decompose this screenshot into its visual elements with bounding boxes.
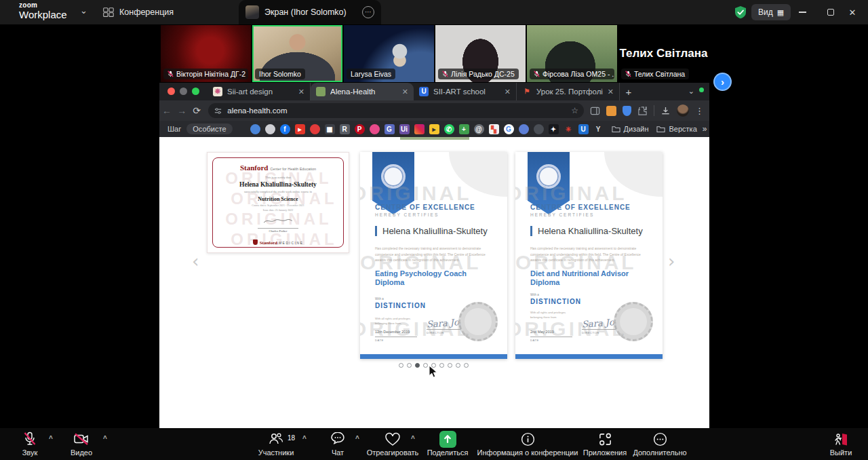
- tab-close-icon[interactable]: ✕: [505, 88, 511, 96]
- bookmark-personal[interactable]: Особисте: [186, 123, 232, 134]
- pinterest-icon[interactable]: P: [355, 124, 365, 134]
- reload-icon[interactable]: ⟳: [189, 105, 204, 116]
- bookmarks-overflow-icon[interactable]: »: [703, 124, 707, 134]
- participant-tile[interactable]: Larysa Eivas: [344, 25, 434, 82]
- green-plus-icon[interactable]: +: [459, 124, 469, 134]
- flag-favicon[interactable]: ⚑ Урок 25. Портфоліо-презен ✕: [517, 83, 620, 100]
- mac-minimize-icon[interactable]: [180, 88, 187, 95]
- new-tab-button[interactable]: +: [620, 83, 637, 100]
- bookmark-star-icon[interactable]: ☆: [571, 106, 578, 115]
- forward-icon[interactable]: →: [174, 105, 189, 116]
- audio-button[interactable]: Звук: [12, 431, 47, 457]
- carousel-prev-icon[interactable]: ‹: [192, 251, 199, 271]
- carousel-dot[interactable]: [407, 363, 412, 368]
- at-circle-icon[interactable]: @: [474, 124, 484, 134]
- react-options-chevron-icon[interactable]: ^: [411, 435, 415, 442]
- u-favicon[interactable]: U SII-ART school ✕: [414, 83, 517, 100]
- tab-options-icon[interactable]: ⋯: [362, 6, 374, 18]
- r-icon[interactable]: R: [340, 124, 350, 134]
- participant-tile[interactable]: Фірсова Ліза ОМ25 - ...: [527, 25, 617, 82]
- carousel-dot[interactable]: [423, 363, 428, 368]
- tab-close-icon[interactable]: ✕: [402, 88, 408, 96]
- tab-conference[interactable]: Конференция: [96, 3, 180, 21]
- more-button[interactable]: Дополнительно: [629, 431, 690, 457]
- youtube-icon[interactable]: ▸: [295, 124, 305, 134]
- certificate-eating-psychology[interactable]: ORIGINAL ORIGINAL ORIGINAL CENTRE OF EXC…: [360, 152, 507, 359]
- funnel-icon[interactable]: Y: [593, 124, 604, 134]
- yellow-square-icon[interactable]: ▸: [429, 124, 439, 134]
- ui-icon[interactable]: Ui: [399, 124, 410, 134]
- back-icon[interactable]: ←: [159, 105, 174, 116]
- view-button[interactable]: Вид ▦: [751, 4, 791, 20]
- pink-circle-icon[interactable]: [370, 124, 380, 134]
- cloud-icon[interactable]: [250, 124, 260, 134]
- chat-button[interactable]: Чат: [324, 431, 351, 457]
- bookmark-folder-design[interactable]: Дизайн: [612, 125, 649, 133]
- certificate-diet-nutrition[interactable]: ORIGINAL ORIGINAL ORIGINAL CENTRE OF EXC…: [515, 152, 663, 359]
- apps-button[interactable]: Приложения: [580, 431, 630, 457]
- apple-icon[interactable]: [265, 124, 275, 134]
- browser-menu-icon[interactable]: ⋮: [695, 106, 704, 116]
- close-button[interactable]: ✕: [837, 0, 868, 24]
- carousel-dot[interactable]: [448, 363, 452, 368]
- photo-favicon[interactable]: Alena-Health ✕: [311, 83, 414, 100]
- next-participants-button[interactable]: ›: [713, 73, 732, 91]
- security-shield-icon[interactable]: [734, 5, 747, 19]
- flower-favicon[interactable]: ❋ Sii-art design ✕: [208, 83, 311, 100]
- red-circle-icon[interactable]: [310, 124, 320, 134]
- instagram-icon[interactable]: [414, 124, 425, 134]
- u-blue-icon[interactable]: U: [578, 124, 589, 134]
- workspace-chevron-down-icon[interactable]: ⌄: [80, 5, 87, 16]
- meeting-info-button[interactable]: Информация о конференции: [468, 431, 587, 457]
- tab-screen-share[interactable]: Экран (Ihor Solomko) ⋯: [239, 0, 381, 24]
- certificate-stanford[interactable]: ORIGINAL ORIGINAL ORIGINAL ORIGINAL Stan…: [207, 152, 349, 253]
- leave-button[interactable]: Выйти: [822, 431, 860, 457]
- chat-options-chevron-icon[interactable]: ^: [355, 435, 359, 442]
- stanford-logo: Stanford Center for Health Education: [208, 164, 349, 172]
- red-star-icon[interactable]: ✳: [564, 124, 574, 134]
- black-square-icon[interactable]: ✦: [549, 124, 559, 134]
- shield-extension-icon[interactable]: [623, 106, 631, 116]
- gray-circle-icon[interactable]: [534, 124, 544, 134]
- carousel-dot[interactable]: [439, 363, 444, 368]
- carousel-dot[interactable]: [399, 363, 403, 368]
- participant-tile[interactable]: Телих Світлана Телих Світлана: [618, 25, 709, 82]
- extensions-puzzle-icon[interactable]: [637, 106, 648, 116]
- video-options-chevron-icon[interactable]: ^: [103, 435, 107, 442]
- carousel-dot[interactable]: [415, 363, 420, 368]
- participant-tile[interactable]: Ihor Solomko: [252, 25, 342, 82]
- carousel-dot[interactable]: [464, 363, 469, 368]
- video-button[interactable]: Видео: [62, 431, 100, 457]
- mac-zoom-icon[interactable]: [192, 88, 199, 95]
- tiles-icon[interactable]: ▚: [489, 124, 499, 134]
- download-icon[interactable]: [660, 106, 671, 116]
- facebook-icon[interactable]: f: [280, 124, 290, 134]
- carousel-dot[interactable]: [456, 363, 460, 368]
- side-panel-icon[interactable]: [590, 106, 600, 116]
- tab-close-icon[interactable]: ✕: [298, 88, 304, 96]
- notification-dot: [699, 88, 704, 92]
- participant-tile[interactable]: Лілія Радько ДС-25: [435, 25, 526, 82]
- tab-close-icon[interactable]: ✕: [608, 88, 614, 96]
- participants-icon: [268, 432, 284, 446]
- mac-close-icon[interactable]: [167, 88, 175, 95]
- bookmark-folder-layout[interactable]: Верстка: [656, 125, 696, 133]
- mac-window-controls[interactable]: [159, 88, 208, 100]
- orange-extension-icon[interactable]: [606, 106, 616, 116]
- tab-search-chevron-icon[interactable]: ⌄: [688, 87, 694, 96]
- profile-avatar[interactable]: [677, 104, 689, 117]
- minimize-button[interactable]: [787, 0, 818, 24]
- google-icon[interactable]: G: [504, 124, 514, 134]
- address-bar[interactable]: alena-health.com ☆: [208, 103, 584, 118]
- participants-options-chevron-icon[interactable]: ^: [302, 435, 307, 442]
- blue-circle-icon[interactable]: [519, 124, 529, 134]
- site-info-icon[interactable]: [214, 107, 222, 115]
- carousel-next-icon[interactable]: ›: [668, 251, 675, 271]
- g-docs-icon[interactable]: G: [384, 124, 395, 134]
- dark-grid-icon[interactable]: ▦: [325, 124, 335, 134]
- audio-options-chevron-icon[interactable]: ^: [49, 435, 53, 442]
- share-button[interactable]: Поделиться: [425, 431, 471, 457]
- participant-tile[interactable]: Вікторія Нікітіна ДГ-2: [161, 25, 251, 82]
- whatsapp-icon[interactable]: ✆: [444, 124, 454, 134]
- bookmark-step[interactable]: Шаг: [167, 125, 181, 133]
